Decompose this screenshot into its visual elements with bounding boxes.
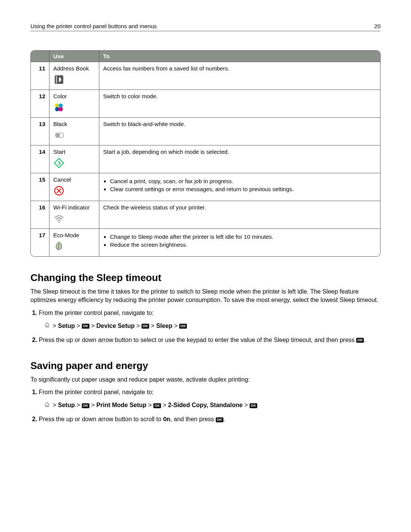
page-header: Using the printer control panel buttons … [30, 23, 381, 31]
page-number: 20 [374, 23, 381, 29]
th-num [31, 51, 49, 62]
row-use: Color [49, 89, 99, 117]
table-row: 16Wi-Fi indicatorCheck the wireless stat… [31, 201, 380, 228]
nav-sleep: Sleep [156, 323, 172, 329]
gt: > [76, 323, 80, 329]
sleep-step2-a: Press the up or down arrow button to sel… [39, 337, 356, 343]
to-bullet: Change to Sleep mode after the printer i… [110, 233, 376, 240]
use-label: Start [53, 149, 95, 155]
header-title: Using the printer control panel buttons … [30, 23, 157, 29]
nav-setup: Setup [58, 323, 75, 329]
color-icon [53, 102, 95, 114]
gt: > [91, 402, 95, 408]
row-use: Address Book [49, 62, 99, 89]
ok-icon: OK [82, 324, 89, 329]
ok-icon: OK [142, 324, 149, 329]
to-bullet: Clear current settings or error messages… [110, 186, 376, 192]
row-to: Start a job, depending on which mode is … [99, 145, 380, 173]
saving-steps: From the printer control panel, navigate… [30, 388, 381, 424]
to-bullet: Reduce the screen brightness. [110, 241, 376, 248]
ok-icon: OK [356, 338, 364, 343]
gt: > [244, 402, 248, 408]
use-label: Address Book [53, 65, 95, 72]
use-label: Cancel [53, 176, 95, 183]
saving-step1-text: From the printer control panel, navigate… [39, 389, 154, 395]
use-label: Color [53, 93, 95, 99]
row-number: 11 [31, 62, 49, 89]
th-to: To [99, 51, 380, 62]
saving-step2-b: , and then press [170, 416, 216, 422]
row-number: 15 [31, 173, 49, 201]
to-bullet: Cancel a print, copy, scan, or fax job i… [110, 178, 376, 184]
row-number: 16 [31, 201, 49, 228]
gt: > [76, 402, 80, 408]
sleep-step1-text: From the printer control panel, navigate… [39, 310, 154, 316]
nav-device-setup: Device Setup [96, 323, 134, 329]
home-icon [44, 400, 50, 411]
sleep-intro: The Sleep timeout is the time it takes f… [30, 288, 381, 305]
sleep-step2-b: . [364, 337, 365, 343]
use-label: Wi-Fi indicator [53, 204, 95, 211]
nav-2sided: 2-Sided Copy, Standalone [168, 402, 242, 408]
black-icon [53, 129, 95, 142]
sleep-nav-path: > Setup > OK > Device Setup > OK > Sleep… [44, 321, 381, 332]
gt: > [91, 323, 95, 329]
table-row: 13BlackSwitch to black-and-white mode. [31, 117, 380, 145]
row-to: Switch to black-and-white mode. [99, 117, 380, 145]
saving-step2-a: Press the up or down arrow button to scr… [39, 416, 163, 422]
on-literal: On [163, 416, 170, 423]
row-to: Access fax numbers from a saved list of … [99, 62, 380, 89]
table-row: 17Eco-ModeChange to Sleep mode after the… [31, 228, 380, 256]
row-use: Eco-Mode [49, 228, 99, 256]
gt: > [151, 323, 155, 329]
row-use: Black [49, 117, 99, 145]
gt: > [53, 323, 56, 329]
row-number: 14 [31, 145, 49, 173]
nav-setup: Setup [58, 402, 75, 408]
cancel-icon [53, 185, 95, 198]
row-use: Start [49, 145, 99, 173]
control-panel-table: Use To 11Address BookAccess fax numbers … [30, 50, 381, 257]
row-to: Switch to color mode. [99, 89, 380, 117]
row-number: 17 [31, 228, 49, 256]
th-use: Use [49, 51, 99, 62]
saving-nav-path: > Setup > OK > Print Mode Setup > OK > 2… [44, 400, 381, 411]
nav-print-mode-setup: Print Mode Setup [96, 402, 147, 408]
heading-saving-paper: Saving paper and energy [30, 360, 381, 372]
table-row: 15CancelCancel a print, copy, scan, or f… [31, 173, 380, 201]
gt: > [53, 402, 56, 408]
row-number: 13 [31, 117, 49, 145]
sleep-steps: From the printer control panel, navigate… [30, 308, 381, 345]
table-row: 14StartStart a job, depending on which m… [31, 145, 380, 173]
row-use: Wi-Fi indicator [49, 201, 99, 228]
ok-icon: OK [153, 403, 161, 408]
saving-step2-c: . [223, 416, 225, 422]
row-use: Cancel [49, 173, 99, 201]
gt: > [148, 402, 151, 408]
wifi-icon [53, 213, 95, 225]
table-row: 11Address BookAccess fax numbers from a … [31, 62, 380, 89]
ok-icon: OK [179, 324, 187, 329]
eco-icon [53, 241, 95, 253]
heading-sleep-timeout: Changing the Sleep timeout [30, 272, 381, 284]
use-label: Black [53, 121, 95, 127]
ok-icon: OK [216, 417, 223, 422]
ok-icon: OK [82, 403, 89, 408]
table-row: 12ColorSwitch to color mode. [31, 89, 380, 117]
start-icon [53, 157, 95, 170]
home-icon [44, 321, 50, 332]
gt: > [136, 323, 140, 329]
use-label: Eco-Mode [53, 232, 95, 238]
row-to: Change to Sleep mode after the printer i… [99, 228, 380, 256]
row-to: Cancel a print, copy, scan, or fax job i… [99, 173, 380, 201]
ok-icon: OK [250, 403, 257, 408]
row-to: Check the wireless status of your printe… [99, 201, 380, 228]
row-number: 12 [31, 89, 49, 117]
gt: > [163, 402, 166, 408]
gt: > [174, 323, 178, 329]
saving-intro: To significantly cut paper usage and red… [30, 375, 381, 384]
address-book-icon [53, 74, 95, 86]
